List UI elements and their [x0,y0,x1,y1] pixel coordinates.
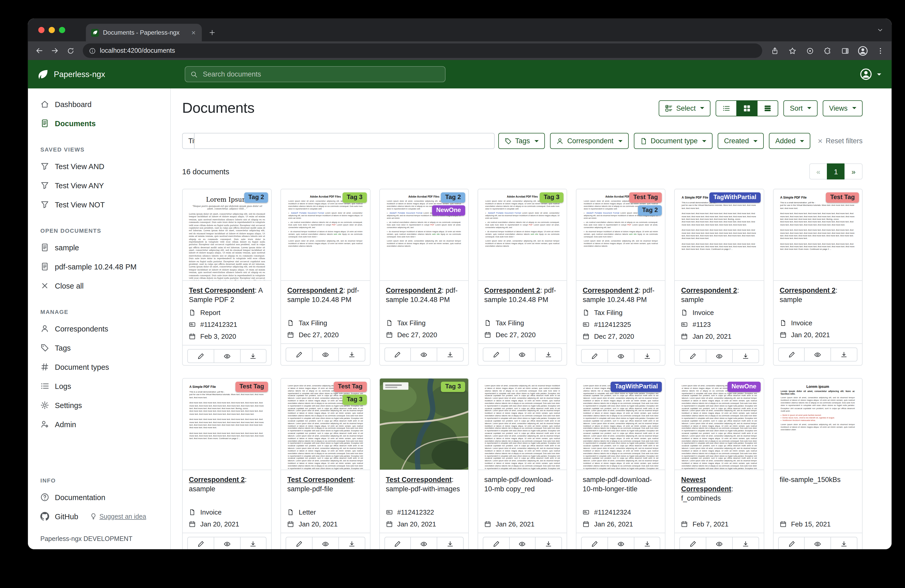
title-content-dropdown[interactable]: Title & content [182,133,195,149]
tag-badge-test-tag[interactable]: Test Tag [629,192,662,203]
sidebar-item-correspondents[interactable]: Correspondents [28,319,170,338]
view-document-button[interactable] [804,347,831,361]
view-document-button[interactable] [509,537,536,549]
sidebar-item-github[interactable]: GitHubSuggest an idea [28,507,170,526]
document-thumbnail[interactable]: Lorem ipsum dolor sit amet, consectetur … [478,379,567,470]
url-bar[interactable]: localhost:4200/documents [83,43,762,58]
tag-badge-tag-3[interactable]: Tag 3 [343,395,367,405]
correspondent-link[interactable]: Test Correspondent [386,476,452,483]
edit-document-button[interactable] [286,537,313,549]
tag-badge-tag-2[interactable]: Tag 2 [638,205,662,216]
tag-badge-tagwithpartial[interactable]: TagWithPartial [611,382,662,392]
view-document-button[interactable] [214,349,241,363]
tag-badge-newone[interactable]: NewOne [432,205,465,216]
views-button[interactable]: Views [823,100,862,116]
sidebar-item-documents[interactable]: Documents [28,114,170,133]
view-list-button[interactable] [716,100,737,116]
view-document-button[interactable] [608,349,634,363]
forward-button[interactable] [48,43,62,58]
correspondent-link[interactable]: Correspondent 2 [189,476,245,483]
tab-search-button[interactable] [877,19,892,41]
filter-text-input[interactable] [195,133,495,149]
sidebar-item-dashboard[interactable]: Dashboard [28,95,170,114]
filter-created-button[interactable]: Created [718,133,764,149]
sidebar-item-pdf-sample-10-24-48-pm[interactable]: pdf-sample 10.24.48 PM [28,257,170,276]
edit-document-button[interactable] [483,347,510,361]
document-thumbnail[interactable]: Test TagTag 3Lorem ipsum dolor sit amet,… [281,379,370,470]
correspondent-link[interactable]: Test Correspondent [189,287,255,294]
user-menu-button[interactable] [859,68,892,81]
tag-badge-tag-2[interactable]: Tag 2 [441,192,465,203]
download-document-button[interactable] [634,349,660,363]
document-thumbnail[interactable]: TagWithPartialA Simple PDF FileThis is a… [675,189,764,281]
minimize-window-button[interactable] [49,27,55,33]
site-info-icon[interactable] [89,47,96,54]
correspondent-link[interactable]: Correspondent 2 [583,287,638,294]
sidebar-item-documentation[interactable]: Documentation [28,488,170,507]
app-brand[interactable]: Paperless-ngx [28,68,185,80]
sidebar-link-suggest-an-idea[interactable]: Suggest an idea [90,513,146,520]
edit-document-button[interactable] [384,537,411,549]
sort-button[interactable]: Sort [784,100,818,116]
global-search[interactable] [185,66,446,82]
edit-document-button[interactable] [187,349,214,363]
edit-document-button[interactable] [286,347,313,361]
download-document-button[interactable] [535,347,562,361]
document-thumbnail[interactable]: TagWithPartialLorem ipsum dolor sit amet… [576,379,665,470]
view-document-button[interactable] [706,349,733,363]
download-document-button[interactable] [830,347,857,361]
download-document-button[interactable] [437,347,464,361]
close-window-button[interactable] [38,27,44,33]
browser-tab[interactable]: Documents - Paperless-ngx × [86,24,202,41]
sidebar-item-sample[interactable]: sample [28,238,170,257]
view-document-button[interactable] [804,537,831,549]
document-thumbnail[interactable]: Test TagA Simple PDF FileThis is a small… [183,379,272,470]
correspondent-link[interactable]: Correspondent 2 [484,287,540,294]
edit-document-button[interactable] [384,347,411,361]
sidebar-item-settings[interactable]: Settings [28,396,170,415]
profile-button[interactable] [855,43,870,58]
correspondent-link[interactable]: Correspondent 2 [287,287,343,294]
correspondent-link[interactable]: Correspondent 2 [780,287,835,294]
tag-badge-tag-3[interactable]: Tag 3 [441,382,465,392]
pagination-next[interactable]: » [845,163,862,179]
edit-document-button[interactable] [483,537,510,549]
sidebar-item-document-types[interactable]: Document types [28,357,170,377]
reset-filters-button[interactable]: × Reset filters [818,137,862,145]
tag-badge-tagwithpartial[interactable]: TagWithPartial [709,192,761,203]
download-document-button[interactable] [338,537,365,549]
tag-badge-test-tag[interactable]: Test Tag [235,382,268,392]
document-thumbnail[interactable]: Test TagTag 2Adobe Acrobat PDF FilesLore… [576,189,665,281]
document-thumbnail[interactable]: Test TagA Simple PDF FileThis is a small… [773,189,862,281]
document-thumbnail[interactable]: Tag 3Adobe Acrobat PDF FilesLorem ipsum … [478,189,567,281]
tag-badge-test-tag[interactable]: Test Tag [826,192,859,203]
view-document-button[interactable] [312,347,339,361]
document-thumbnail[interactable]: Tag 2Lorem Ipsum“Neque porro quisquam es… [183,189,272,281]
download-document-button[interactable] [240,349,267,363]
browser-menu-button[interactable] [873,43,888,58]
download-document-button[interactable] [535,537,562,549]
document-thumbnail[interactable]: Tag 3Adobe Acrobat PDF FilesLorem ipsum … [281,189,370,281]
download-document-button[interactable] [732,349,759,363]
filter-correspondent-button[interactable]: Correspondent [550,133,629,149]
sidebar-item-logs[interactable]: Logs [28,377,170,396]
view-document-button[interactable] [706,537,733,549]
filter-tags-button[interactable]: Tags [498,133,545,149]
sidebar-item-test-view-and[interactable]: Test View AND [28,157,170,176]
correspondent-link[interactable]: Newest Correspondent [681,476,731,493]
edit-document-button[interactable] [680,537,707,549]
bookmark-button[interactable] [785,43,799,58]
document-thumbnail[interactable]: Lorem ipsumLorem ipsum dolor sit amet, c… [773,379,862,470]
view-document-button[interactable] [608,537,634,549]
correspondent-link[interactable]: Correspondent 2 [681,287,737,294]
download-document-button[interactable] [830,537,857,549]
view-document-button[interactable] [411,347,438,361]
view-document-button[interactable] [411,537,438,549]
download-document-button[interactable] [338,347,365,361]
filter-document-type-button[interactable]: Document type [634,133,713,149]
tag-badge-test-tag[interactable]: Test Tag [334,382,367,392]
download-document-button[interactable] [437,537,464,549]
global-search-input[interactable] [202,70,440,79]
download-document-button[interactable] [634,537,660,549]
document-thumbnail[interactable]: Tag 3 [379,379,468,470]
